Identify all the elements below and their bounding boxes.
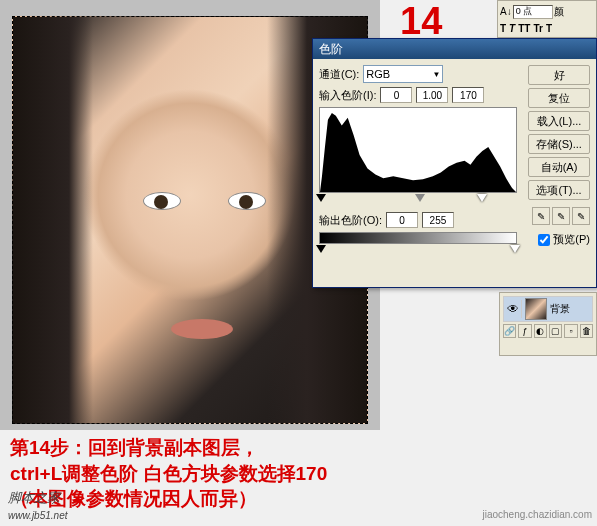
input-shadow-field[interactable]: 0 xyxy=(380,87,412,103)
options-bar: A↓ 0 点 颜 T T TT Tr T xyxy=(497,0,597,38)
highlight-slider[interactable] xyxy=(477,194,487,202)
visibility-eye-icon[interactable]: 👁 xyxy=(504,300,522,318)
channel-select[interactable]: RGB xyxy=(363,65,443,83)
reset-button[interactable]: 复位 xyxy=(528,88,590,108)
instr-line2: ctrl+L调整色阶 白色方块参数选择170 xyxy=(10,461,327,487)
eyedropper-white-icon[interactable]: ✎ xyxy=(572,207,590,225)
instr-line1: 第14步：回到背景副本图层， xyxy=(10,435,327,461)
smallcaps-icon[interactable]: Tr xyxy=(533,23,542,34)
mid-slider[interactable] xyxy=(415,194,425,202)
superscript-icon[interactable]: T xyxy=(546,23,552,34)
out-shadow-slider[interactable] xyxy=(316,245,326,253)
face-eye-right xyxy=(228,192,266,210)
preview-checkbox[interactable]: 预览(P) xyxy=(528,232,590,247)
input-slider[interactable] xyxy=(319,194,517,204)
watermark-right: jiaocheng.chazidian.com xyxy=(482,509,592,520)
opt-field[interactable]: 0 点 xyxy=(513,5,553,19)
watermark-left: 脚本之家 www.jb51.net xyxy=(8,489,67,522)
opt-label-color: 颜 xyxy=(554,5,564,19)
options-button[interactable]: 选项(T)... xyxy=(528,180,590,200)
input-mid-field[interactable]: 1.00 xyxy=(416,87,448,103)
shadow-slider[interactable] xyxy=(316,194,326,202)
type-style-icons: T T TT Tr T xyxy=(500,23,594,34)
hair-left xyxy=(13,17,93,423)
eyedropper-gray-icon[interactable]: ✎ xyxy=(552,207,570,225)
output-gradient xyxy=(319,232,517,244)
link-icon[interactable]: 🔗 xyxy=(503,324,516,338)
channel-label: 通道(C): xyxy=(319,67,359,82)
opt-label-a: A↓ xyxy=(500,6,512,17)
preview-check-input[interactable] xyxy=(538,234,550,246)
allcaps-icon[interactable]: TT xyxy=(518,23,530,34)
output-levels-label: 输出色阶(O): xyxy=(319,213,382,228)
new-icon[interactable]: ▫ xyxy=(564,324,577,338)
mask-icon[interactable]: ◐ xyxy=(534,324,547,338)
faux-italic-icon[interactable]: T xyxy=(509,23,515,34)
layer-name: 背景 xyxy=(550,302,570,316)
auto-button[interactable]: 自动(A) xyxy=(528,157,590,177)
out-highlight-slider[interactable] xyxy=(510,245,520,253)
layer-thumbnail[interactable] xyxy=(525,298,547,320)
folder-icon[interactable]: ▢ xyxy=(549,324,562,338)
eyedropper-black-icon[interactable]: ✎ xyxy=(532,207,550,225)
fx-icon[interactable]: ƒ xyxy=(518,324,531,338)
load-button[interactable]: 载入(L)... xyxy=(528,111,590,131)
input-levels-label: 输入色阶(I): xyxy=(319,88,376,103)
svg-marker-0 xyxy=(320,113,516,192)
output-highlight-field[interactable]: 255 xyxy=(422,212,454,228)
face-lips xyxy=(171,319,233,339)
output-slider[interactable] xyxy=(319,245,517,255)
faux-bold-icon[interactable]: T xyxy=(500,23,506,34)
levels-dialog: 色阶 通道(C): RGB 输入色阶(I): 0 1.00 170 xyxy=(312,38,597,288)
layer-tools: 🔗 ƒ ◐ ▢ ▫ 🗑 xyxy=(503,324,593,338)
face-eye-left xyxy=(143,192,181,210)
dialog-titlebar[interactable]: 色阶 xyxy=(313,39,596,59)
layers-panel: 👁 背景 🔗 ƒ ◐ ▢ ▫ 🗑 xyxy=(499,292,597,356)
layer-row[interactable]: 👁 背景 xyxy=(503,296,593,322)
trash-icon[interactable]: 🗑 xyxy=(580,324,593,338)
ok-button[interactable]: 好 xyxy=(528,65,590,85)
output-shadow-field[interactable]: 0 xyxy=(386,212,418,228)
step-number: 14 xyxy=(400,0,442,43)
preview-label: 预览(P) xyxy=(553,232,590,247)
histogram xyxy=(319,107,517,193)
input-highlight-field[interactable]: 170 xyxy=(452,87,484,103)
save-button[interactable]: 存储(S)... xyxy=(528,134,590,154)
